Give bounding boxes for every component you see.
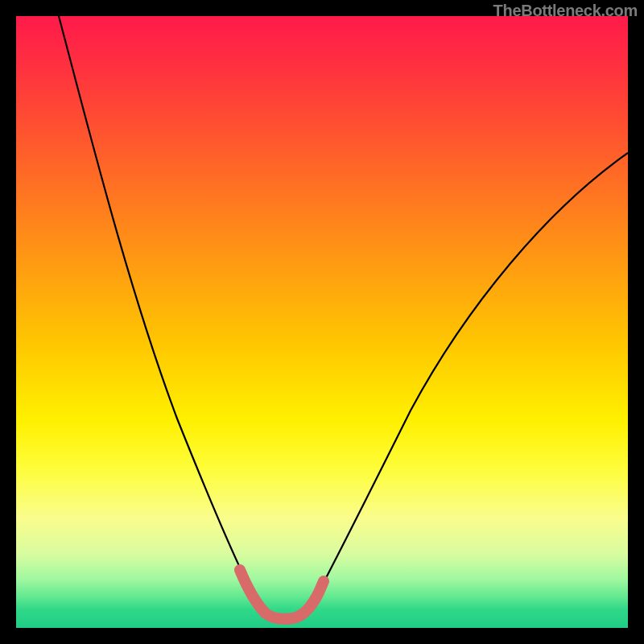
curve-left bbox=[59, 16, 258, 604]
bottleneck-chart bbox=[16, 16, 628, 628]
chart-gradient-background bbox=[16, 16, 628, 628]
curve-right bbox=[312, 153, 628, 604]
watermark-text: TheBottleneck.com bbox=[493, 2, 638, 20]
optimal-zone-highlight bbox=[240, 570, 324, 619]
